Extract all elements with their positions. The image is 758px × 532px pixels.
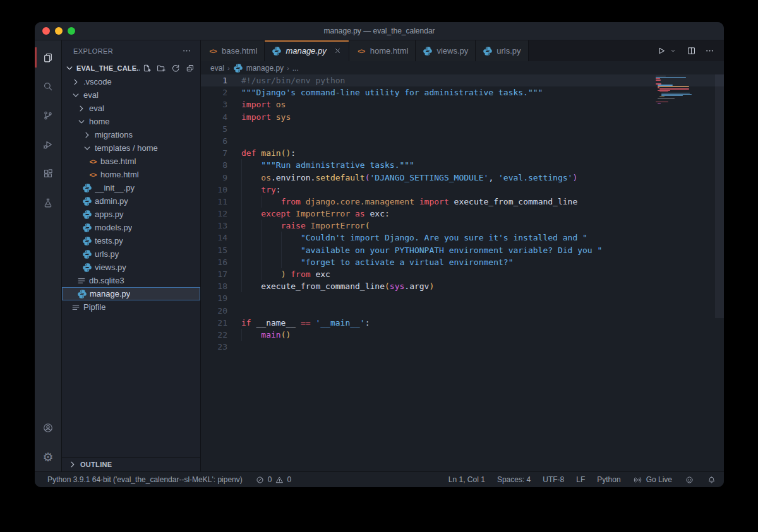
tab-label: home.html	[370, 46, 409, 56]
breadcrumb[interactable]: eval›manage.py›...	[201, 61, 724, 74]
tree-item-pipfile[interactable]: Pipfile	[62, 300, 200, 314]
code-line[interactable]: 11 from django.core.management import ex…	[201, 196, 724, 208]
tree-item-models.py[interactable]: models.py	[62, 221, 200, 234]
tree-item-migrations[interactable]: migrations	[62, 128, 200, 141]
python-interpreter-status[interactable]: Python 3.9.1 64-bit ('eval_the_calendar-…	[47, 475, 243, 484]
zoom-window-button[interactable]	[68, 27, 75, 35]
code-line[interactable]: 1#!/usr/bin/env python	[201, 74, 724, 86]
tree-item-label: templates / home	[95, 143, 158, 153]
editor-scrollbar[interactable]	[715, 74, 724, 318]
code-line[interactable]: 3import os	[201, 98, 724, 110]
minimap[interactable]	[656, 76, 702, 105]
activity-bar-testing[interactable]	[35, 188, 61, 217]
code-line[interactable]: 2"""Django's command-line utility for ad…	[201, 86, 724, 98]
tree-item-eval[interactable]: eval	[62, 88, 200, 102]
minimize-window-button[interactable]	[55, 27, 63, 35]
breadcrumb-item[interactable]: eval	[210, 64, 224, 73]
tree-item-manage.py[interactable]: manage.py	[62, 287, 200, 300]
tab-manage.py[interactable]: manage.py	[265, 40, 349, 61]
tree-item-db.sqlite3[interactable]: db.sqlite3	[62, 274, 200, 287]
tree-item-.vscode[interactable]: .vscode	[62, 75, 200, 88]
code-line[interactable]: 16 "forget to activate a virtual environ…	[201, 256, 724, 268]
code-line[interactable]: 21if __name__ == '__main__':	[201, 317, 724, 329]
python-file-icon	[423, 46, 433, 56]
activity-bar-settings[interactable]: ⚙	[35, 442, 61, 471]
code-line[interactable]: 19	[201, 292, 724, 304]
chevron-right-icon	[76, 103, 87, 114]
new-file-icon[interactable]	[141, 63, 152, 73]
code-editor[interactable]: 1#!/usr/bin/env python2"""Django's comma…	[201, 74, 724, 471]
code-line[interactable]: 20	[201, 305, 724, 317]
more-actions-icon[interactable]	[704, 46, 714, 56]
run-icon[interactable]	[656, 46, 666, 56]
status-go-live[interactable]: Go Live	[633, 475, 672, 485]
line-number: 13	[201, 220, 227, 232]
refresh-icon[interactable]	[171, 63, 181, 73]
problems-status[interactable]: 0 0	[255, 475, 291, 485]
code-line[interactable]: 22 main()	[201, 329, 724, 341]
code-line[interactable]: 8 """Run administrative tasks."""	[201, 159, 724, 171]
outline-section-header[interactable]: OUTLINE	[62, 457, 200, 471]
code-line[interactable]: 15 "available on your PYTHONPATH environ…	[201, 244, 724, 256]
workspace-section-header[interactable]: EVAL_THE_CALE...	[62, 61, 200, 75]
code-line[interactable]: 17 ) from exc	[201, 268, 724, 280]
tab-home.html[interactable]: <>home.html	[349, 40, 416, 61]
split-editor-icon[interactable]	[686, 46, 696, 56]
tab-views.py[interactable]: views.py	[416, 40, 476, 61]
tree-item-apps.py[interactable]: apps.py	[62, 208, 200, 221]
code-line[interactable]: 5	[201, 123, 724, 135]
vscode-window: manage.py — eval_the_calendar ⚙ EXPLORER…	[35, 22, 724, 487]
tree-item--init-.py[interactable]: __init__.py	[62, 181, 200, 194]
status-language-mode[interactable]: Python	[597, 475, 620, 484]
collapse-all-icon[interactable]	[185, 63, 195, 73]
tree-item-views.py[interactable]: views.py	[62, 261, 200, 274]
code-line-text: main()	[241, 329, 291, 341]
code-line[interactable]: 10 try:	[201, 184, 724, 196]
status-indentation[interactable]: Spaces: 4	[497, 475, 531, 484]
tree-item-home[interactable]: home	[62, 115, 200, 128]
activity-bar-extensions[interactable]	[35, 159, 61, 188]
close-tab-icon[interactable]	[334, 47, 342, 55]
activity-bar-search[interactable]	[35, 72, 61, 101]
tree-item-urls.py[interactable]: urls.py	[62, 247, 200, 261]
tab-urls.py[interactable]: urls.py	[476, 40, 528, 61]
feedback-icon[interactable]	[684, 475, 694, 485]
code-line[interactable]: 14 "Couldn't import Django. Are you sure…	[201, 232, 724, 244]
code-line[interactable]: 13 raise ImportError(	[201, 220, 724, 232]
code-line[interactable]: 7def main():	[201, 147, 724, 159]
tree-item-base.html[interactable]: <>base.html	[62, 155, 200, 168]
notifications-bell-icon[interactable]	[706, 475, 716, 485]
activity-bar-source-control[interactable]	[35, 101, 61, 130]
new-folder-icon[interactable]	[156, 63, 166, 73]
python-file-icon	[233, 63, 243, 73]
close-window-button[interactable]	[42, 27, 50, 35]
tree-item-label: eval	[83, 90, 99, 100]
python-file-icon	[483, 46, 493, 56]
code-line[interactable]: 18 execute_from_command_line(sys.argv)	[201, 280, 724, 292]
breadcrumb-item[interactable]: ...	[292, 64, 299, 73]
tree-item-admin.py[interactable]: admin.py	[62, 194, 200, 208]
chevron-down-icon	[71, 90, 81, 100]
activity-bar-run-and-debug[interactable]	[35, 130, 61, 159]
status-eol[interactable]: LF	[576, 475, 585, 484]
tree-item-home.html[interactable]: <>home.html	[62, 168, 200, 181]
file-tree: .vscodeevalevalhomemigrationstemplates /…	[62, 75, 200, 457]
activity-bar-explorer[interactable]	[35, 43, 61, 72]
breadcrumb-item[interactable]: manage.py	[246, 64, 284, 73]
code-line[interactable]: 4import sys	[201, 111, 724, 123]
tree-item-eval[interactable]: eval	[62, 102, 200, 115]
code-line[interactable]: 12 except ImportError as exc:	[201, 208, 724, 220]
code-line[interactable]: 23	[201, 341, 724, 353]
chevron-down-icon	[64, 63, 75, 73]
explorer-more-actions-icon[interactable]	[181, 46, 191, 56]
tree-item-tests.py[interactable]: tests.py	[62, 234, 200, 247]
beaker-icon	[43, 198, 53, 208]
status-cursor-position[interactable]: Ln 1, Col 1	[448, 475, 485, 484]
status-encoding[interactable]: UTF-8	[543, 475, 564, 484]
tab-base.html[interactable]: <>base.html	[201, 40, 265, 61]
tree-item-templates-home[interactable]: templates / home	[62, 141, 200, 155]
activity-bar-accounts[interactable]	[35, 413, 61, 442]
code-line[interactable]: 6	[201, 135, 724, 147]
code-line[interactable]: 9 os.environ.setdefault('DJANGO_SETTINGS…	[201, 172, 724, 184]
run-dropdown-chevron-icon[interactable]	[668, 46, 678, 56]
